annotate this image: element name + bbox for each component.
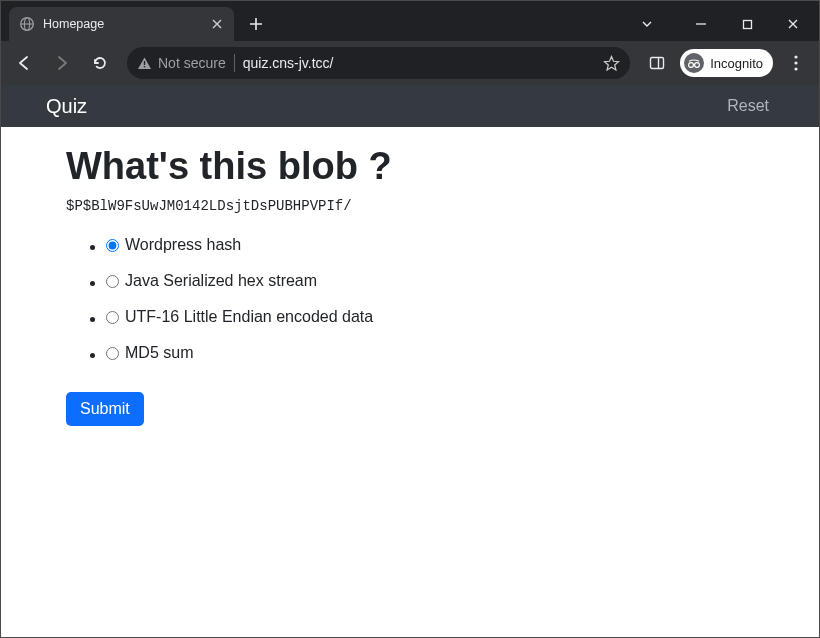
address-bar[interactable]: Not secure quiz.cns-jv.tcc/ — [127, 47, 630, 79]
incognito-badge[interactable]: Incognito — [680, 49, 773, 77]
maximize-button[interactable] — [725, 9, 769, 39]
answer-option[interactable]: UTF-16 Little Endian encoded data — [106, 306, 373, 328]
back-button[interactable] — [7, 46, 41, 80]
svg-point-9 — [689, 63, 694, 68]
page-title: What's this blob ? — [66, 145, 754, 188]
svg-rect-6 — [144, 66, 145, 67]
browser-chrome: Homepage — [1, 1, 819, 85]
list-item: Wordpress hash — [106, 234, 754, 258]
browser-tab[interactable]: Homepage — [9, 7, 234, 41]
svg-point-12 — [794, 61, 797, 64]
globe-icon — [19, 16, 35, 32]
toolbar: Not secure quiz.cns-jv.tcc/ Incognito — [1, 41, 819, 85]
warning-icon — [137, 56, 152, 71]
close-icon[interactable] — [210, 17, 224, 31]
answer-option[interactable]: MD5 sum — [106, 342, 193, 364]
kebab-menu-icon[interactable] — [779, 46, 813, 80]
chevron-down-icon[interactable] — [625, 9, 669, 39]
not-secure-indicator[interactable]: Not secure — [137, 55, 226, 71]
answer-label: Java Serialized hex stream — [125, 270, 317, 292]
brand[interactable]: Quiz — [46, 95, 87, 118]
svg-point-11 — [794, 55, 797, 58]
answer-label: UTF-16 Little Endian encoded data — [125, 306, 373, 328]
reset-link[interactable]: Reset — [727, 97, 769, 115]
answer-option[interactable]: Wordpress hash — [106, 234, 241, 256]
page-navbar: Quiz Reset — [1, 85, 819, 127]
forward-button[interactable] — [45, 46, 79, 80]
incognito-icon — [684, 53, 704, 73]
window-controls — [625, 7, 819, 41]
reload-button[interactable] — [83, 46, 117, 80]
answer-option[interactable]: Java Serialized hex stream — [106, 270, 317, 292]
answer-radio[interactable] — [106, 239, 119, 252]
svg-rect-7 — [651, 58, 664, 69]
not-secure-label: Not secure — [158, 55, 226, 71]
answer-radio[interactable] — [106, 311, 119, 324]
svg-rect-5 — [144, 61, 145, 65]
answer-radio[interactable] — [106, 275, 119, 288]
answer-radio[interactable] — [106, 347, 119, 360]
separator — [234, 54, 235, 72]
window-close-button[interactable] — [771, 9, 815, 39]
side-panel-icon[interactable] — [640, 46, 674, 80]
incognito-label: Incognito — [710, 56, 763, 71]
answer-label: MD5 sum — [125, 342, 193, 364]
svg-point-13 — [794, 67, 797, 70]
submit-button[interactable]: Submit — [66, 392, 144, 426]
list-item: Java Serialized hex stream — [106, 270, 754, 294]
list-item: UTF-16 Little Endian encoded data — [106, 306, 754, 330]
answer-list: Wordpress hash Java Serialized hex strea… — [66, 234, 754, 366]
url-text: quiz.cns-jv.tcc/ — [243, 55, 334, 71]
minimize-button[interactable] — [679, 9, 723, 39]
svg-point-10 — [695, 63, 700, 68]
list-item: MD5 sum — [106, 342, 754, 366]
tab-title: Homepage — [43, 17, 202, 31]
svg-rect-4 — [743, 20, 751, 28]
blob-code: $P$BlW9FsUwJM0142LDsjtDsPUBHPVPIf/ — [66, 198, 754, 214]
main-container: What's this blob ? $P$BlW9FsUwJM0142LDsj… — [1, 127, 819, 426]
bookmark-star-icon[interactable] — [603, 55, 620, 72]
titlebar: Homepage — [1, 1, 819, 41]
new-tab-button[interactable] — [242, 10, 270, 38]
toolbar-right: Incognito — [640, 46, 813, 80]
answer-label: Wordpress hash — [125, 234, 241, 256]
